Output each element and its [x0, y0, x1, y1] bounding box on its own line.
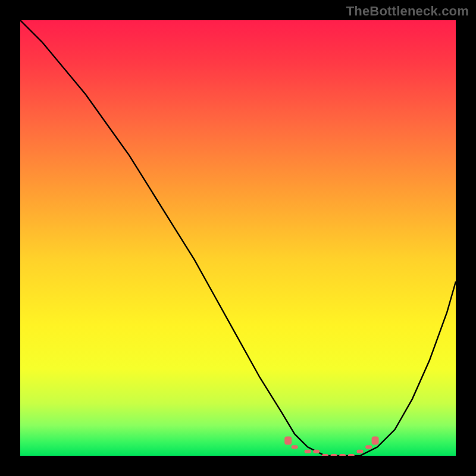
chart-frame: TheBottleneck.com: [0, 0, 476, 476]
plot-area: [20, 20, 456, 456]
gradient-background: [20, 20, 456, 456]
watermark-text: TheBottleneck.com: [346, 4, 469, 19]
